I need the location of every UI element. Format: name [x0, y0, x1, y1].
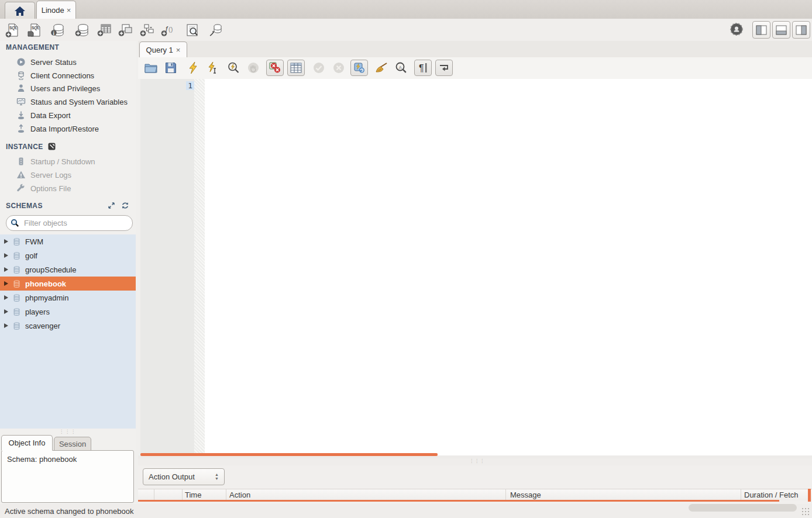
search-icon: [11, 219, 19, 227]
schema-icon: [12, 251, 21, 260]
sidebar-item-system-variables[interactable]: Status and System Variables: [16, 96, 133, 108]
sidebar-item-label: Data Export: [30, 111, 71, 120]
schema-icon: [12, 322, 21, 330]
output-vertical-scrollbar[interactable]: [808, 489, 811, 502]
svg-text:SQL: SQL: [32, 26, 39, 30]
schema-row-players[interactable]: players: [0, 305, 136, 319]
expander-icon[interactable]: [4, 309, 8, 314]
create-function-button[interactable]: f (): [160, 22, 176, 38]
sidebar-item-server-logs[interactable]: Server Logs: [16, 169, 133, 181]
output-horizontal-scrollbar[interactable]: [689, 504, 797, 512]
toggle-stop-on-error-button[interactable]: [266, 60, 284, 76]
filter-objects-input[interactable]: [23, 218, 119, 228]
schema-row-phpmyadmin[interactable]: phpmyadmin: [0, 291, 136, 305]
wrap-text-button[interactable]: [435, 60, 453, 76]
schemas-section-header: SCHEMAS: [6, 202, 43, 210]
options-file-icon: [16, 184, 26, 193]
execute-button[interactable]: [186, 61, 200, 75]
toggle-bottom-panel-button[interactable]: [772, 21, 790, 39]
refresh-schemas-icon[interactable]: [121, 202, 129, 209]
query-tabbar: Query 1 ×: [138, 41, 812, 58]
schema-name: groupSchedule: [25, 265, 76, 274]
query-tab-label: Query 1: [146, 46, 173, 54]
tab-query-1[interactable]: Query 1 ×: [139, 42, 187, 58]
find-button[interactable]: A: [394, 61, 408, 75]
reconnect-dbms-button[interactable]: [208, 22, 223, 38]
expander-icon[interactable]: [4, 281, 8, 286]
expander-icon[interactable]: [4, 295, 8, 300]
expander-icon[interactable]: [4, 323, 8, 328]
tab-object-info[interactable]: Object Info: [1, 435, 53, 451]
beautify-button[interactable]: [374, 61, 388, 75]
schema-row-fwm[interactable]: FWM: [0, 234, 136, 248]
home-tab[interactable]: [5, 2, 35, 19]
sidebar-item-server-status[interactable]: Server Status: [16, 56, 133, 68]
column-header-duration[interactable]: Duration / Fetch: [744, 491, 799, 499]
home-icon: [14, 6, 26, 16]
resize-grip-icon[interactable]: [801, 507, 811, 517]
expander-icon[interactable]: [4, 239, 8, 244]
schema-row-groupschedule[interactable]: groupSchedule: [0, 263, 136, 277]
sidebar-splitter[interactable]: ⋮⋮⋮: [0, 429, 136, 435]
schema-name: players: [25, 308, 50, 316]
toggle-right-panel-button[interactable]: [792, 21, 810, 39]
svg-text:i: i: [53, 30, 54, 36]
sidebar-item-data-export[interactable]: Data Export: [16, 109, 133, 121]
sidebar-item-label: Users and Privileges: [30, 84, 100, 93]
output-header-underline: [138, 500, 779, 502]
server-status-icon: [16, 57, 26, 67]
limit-rows-button[interactable]: [287, 60, 305, 76]
rollback-button[interactable]: [332, 61, 346, 75]
invisible-characters-button[interactable]: ¶: [414, 60, 432, 76]
sidebar-item-startup-shutdown[interactable]: Startup / Shutdown: [16, 156, 133, 167]
execute-current-button[interactable]: [206, 61, 220, 75]
schema-name: phonebook: [25, 279, 66, 288]
client-connections-icon: [16, 71, 26, 80]
create-procedure-button[interactable]: [139, 22, 155, 38]
save-button[interactable]: [164, 61, 178, 75]
search-table-data-button[interactable]: [184, 22, 200, 38]
system-variables-icon: [16, 97, 26, 106]
mysql-workbench-window: Linode × SQL SQL i: [0, 0, 812, 518]
create-schema-button[interactable]: [74, 22, 90, 38]
editor-horizontal-scrollbar[interactable]: [140, 453, 438, 456]
inspect-database-button[interactable]: i: [50, 22, 66, 38]
instance-admin-icon: [48, 143, 56, 150]
sidebar-item-label: Data Import/Restore: [30, 125, 99, 133]
close-icon[interactable]: ×: [176, 46, 181, 54]
sql-editor[interactable]: 1: [138, 79, 812, 455]
connection-tab-label: Linode: [42, 6, 64, 15]
commit-button[interactable]: [312, 61, 326, 75]
output-type-select[interactable]: Action Output ▲▼: [143, 468, 225, 485]
data-export-icon: [16, 110, 26, 120]
toggle-autocommit-button[interactable]: [350, 60, 368, 76]
sidebar-item-data-import[interactable]: Data Import/Restore: [16, 123, 133, 134]
open-file-button[interactable]: [144, 61, 158, 75]
column-header-action[interactable]: Action: [229, 491, 250, 499]
sidebar-item-users-privileges[interactable]: Users and Privileges: [16, 82, 133, 94]
column-header-message[interactable]: Message: [510, 491, 541, 499]
explain-button[interactable]: [226, 61, 240, 75]
server-logs-icon: [16, 170, 26, 179]
open-sql-script-button[interactable]: SQL: [26, 22, 42, 38]
schema-row-scavenger[interactable]: scavenger: [0, 319, 136, 333]
expander-icon[interactable]: [4, 253, 8, 258]
sidebar-item-client-connections[interactable]: Client Connections: [16, 70, 133, 81]
create-view-button[interactable]: [118, 22, 133, 38]
column-header-time[interactable]: Time: [185, 491, 201, 499]
stop-button[interactable]: [246, 61, 260, 75]
expand-schemas-icon[interactable]: [108, 202, 115, 209]
output-splitter[interactable]: ⋮⋮⋮: [138, 458, 812, 465]
schema-row-phonebook[interactable]: phonebook: [0, 277, 136, 291]
sidebar-item-label: Client Connections: [30, 71, 94, 80]
new-sql-tab-button[interactable]: SQL: [5, 22, 20, 38]
schema-row-golf[interactable]: golf: [0, 248, 136, 263]
close-icon[interactable]: ×: [67, 6, 71, 14]
create-table-button[interactable]: [97, 22, 112, 38]
tab-session[interactable]: Session: [54, 437, 91, 451]
toggle-left-panel-button[interactable]: [752, 21, 770, 39]
expander-icon[interactable]: [4, 267, 8, 272]
sidebar-item-options-file[interactable]: Options File: [16, 182, 133, 194]
connection-tab-linode[interactable]: Linode ×: [36, 1, 76, 19]
users-icon: [16, 84, 26, 93]
